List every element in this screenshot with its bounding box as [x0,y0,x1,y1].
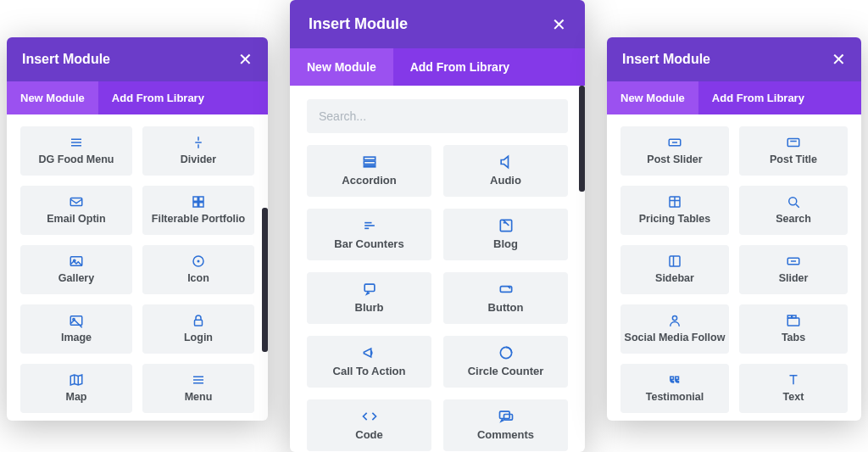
module-label: Icon [187,272,209,284]
module-tile[interactable]: Pricing Tables [620,186,729,235]
scrollbar-track[interactable] [262,114,268,421]
panel-header: Insert Module ✕ [607,37,861,81]
svg-rect-10 [199,203,203,207]
module-label: Divider [181,153,216,165]
search-input[interactable] [307,99,568,133]
module-tile[interactable]: Code [307,399,431,451]
close-icon[interactable]: ✕ [832,51,846,68]
module-label: Tabs [782,332,805,343]
module-tile[interactable]: Post Title [739,126,848,176]
search-icon [786,194,801,209]
svg-rect-59 [787,315,792,318]
module-tile[interactable]: Image [20,304,132,354]
module-tile[interactable]: Menu [142,364,254,413]
grid-icon [191,194,206,209]
module-label: Blurb [355,301,384,314]
scrollbar-track[interactable] [579,86,585,452]
gallery-icon [69,254,84,269]
module-tile[interactable]: Login [142,304,254,354]
panel-body: DG Food MenuDividerEmail OptinFilterable… [7,114,268,421]
svg-rect-54 [670,256,680,266]
svg-rect-8 [199,197,203,201]
module-tile[interactable]: Blog [443,209,568,260]
module-tile[interactable]: Sidebar [620,245,729,294]
module-label: Login [184,332,213,343]
module-tile[interactable]: Filterable Portfolio [142,186,254,235]
svg-rect-32 [364,157,375,159]
module-tile[interactable]: Slider [739,245,848,294]
module-tile[interactable]: Icon [142,245,254,294]
svg-rect-34 [364,165,375,167]
person-icon [667,313,682,328]
tabs-icon [786,313,801,328]
module-tile[interactable]: DG Food Menu [20,126,132,176]
module-label: Post Slider [647,153,702,165]
module-tile[interactable]: Tabs [739,304,848,354]
module-label: Pricing Tables [639,213,711,225]
module-label: Button [488,301,524,314]
panel-tabs: New Module Add From Library [290,48,585,86]
module-tile[interactable]: Post Slider [620,126,729,176]
tab-new-module[interactable]: New Module [290,48,393,86]
module-tile[interactable]: Gallery [20,245,132,294]
module-tile[interactable]: Testimonial [620,364,729,413]
svg-point-57 [672,315,676,320]
module-label: Text [783,391,804,403]
menu-lines-icon [69,135,84,150]
close-icon[interactable]: ✕ [238,51,253,68]
svg-rect-17 [195,320,203,326]
svg-point-14 [198,260,200,263]
sidebar-icon [667,254,682,269]
module-tile[interactable]: Divider [142,126,254,176]
button-icon [498,281,515,298]
panel-title: Insert Module [622,52,710,67]
svg-rect-7 [193,197,198,201]
title-icon [786,135,801,150]
quote-icon [667,372,682,388]
module-tile[interactable]: Text [739,364,848,413]
tab-add-from-library[interactable]: Add From Library [698,81,818,114]
tab-new-module[interactable]: New Module [607,81,698,114]
module-tile[interactable]: Blurb [307,272,431,324]
module-tile[interactable]: Search [739,186,848,235]
code-icon [361,408,378,425]
module-label: Bar Counters [334,237,403,250]
module-tile[interactable]: Social Media Follow [620,304,729,354]
module-tile[interactable]: Button [443,272,568,324]
svg-rect-15 [70,316,82,326]
module-tile[interactable]: Map [20,364,132,413]
svg-rect-58 [787,318,799,326]
blurb-icon [361,281,378,298]
module-label: Map [66,391,87,403]
svg-rect-39 [364,284,375,291]
svg-rect-9 [193,203,198,207]
module-label: Post Title [770,153,817,165]
insert-module-panel-center: Insert Module ✕ New Module Add From Libr… [290,0,585,452]
module-tile[interactable]: Bar Counters [307,209,431,260]
module-tile[interactable]: Call To Action [307,336,431,388]
module-label: Accordion [342,174,396,187]
svg-rect-6 [70,198,82,206]
module-label: Menu [185,391,213,403]
audio-icon [498,153,515,170]
module-tile[interactable]: Accordion [307,145,431,197]
panel-title: Insert Module [22,52,110,67]
module-label: Comments [477,428,534,441]
module-tile[interactable]: Circle Counter [443,336,568,388]
table-icon [667,194,682,209]
svg-rect-38 [500,220,511,231]
tab-add-from-library[interactable]: Add From Library [393,48,526,86]
module-tile[interactable]: Comments [443,399,568,451]
tab-new-module[interactable]: New Module [7,81,98,114]
module-label: Gallery [58,272,94,284]
circle-counter-icon [498,344,515,361]
module-tile[interactable]: Email Optin [20,186,132,235]
module-label: Code [355,428,383,441]
tab-add-from-library[interactable]: Add From Library [98,81,218,114]
module-tile[interactable]: Audio [443,145,568,197]
svg-rect-60 [793,315,797,318]
close-icon[interactable]: ✕ [552,16,566,33]
scrollbar-thumb[interactable] [579,86,585,192]
module-label: Filterable Portfolio [152,213,245,225]
scrollbar-thumb[interactable] [262,208,268,352]
